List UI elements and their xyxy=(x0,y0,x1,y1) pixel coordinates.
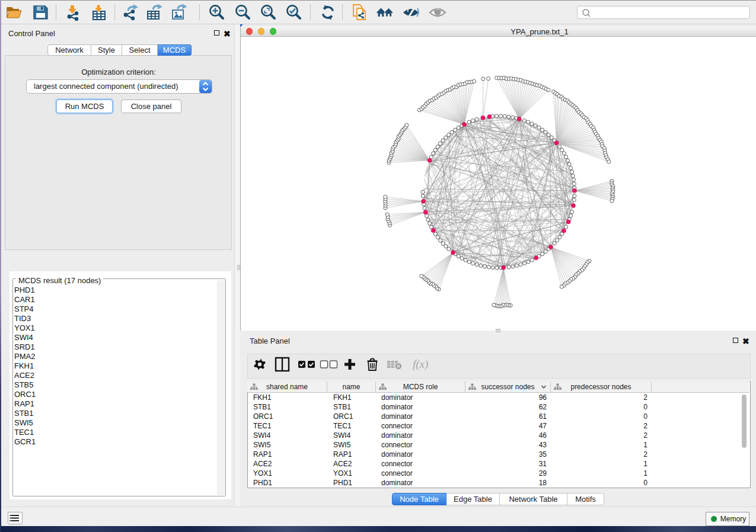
svg-text:f(x): f(x) xyxy=(413,358,428,371)
